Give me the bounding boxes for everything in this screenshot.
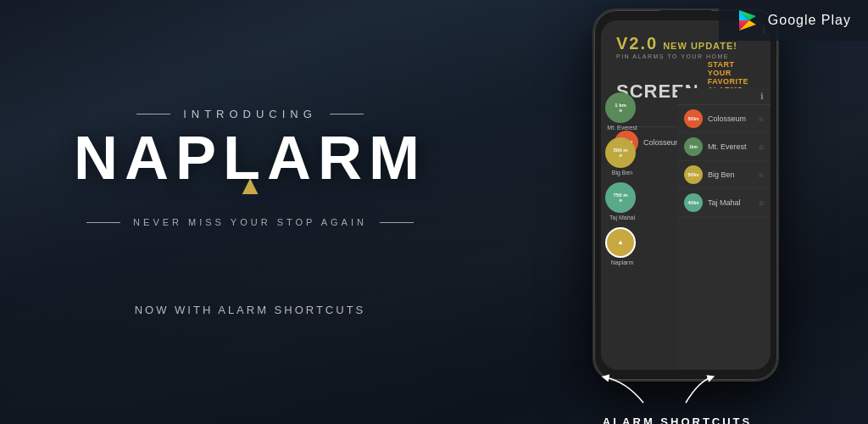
right-list-bigben[interactable]: 500m Big Ben ≡	[677, 161, 771, 189]
right-circle-everest: 1km	[684, 137, 703, 156]
alarm-shortcuts-annotation: ALARM SHORTCUTS	[504, 365, 851, 424]
right-menu-bigben[interactable]: ≡	[759, 170, 764, 180]
play-store-icon	[736, 8, 760, 32]
naplarm-label: Naplarm	[605, 259, 639, 265]
v2-text: V2.0	[616, 34, 658, 53]
phone-notch	[660, 10, 711, 17]
tagline-line: NEVER MISS YOUR STOP AGAIN	[86, 217, 414, 227]
right-name-tajmahal: Taj Mahal	[708, 198, 754, 207]
panel-info-icon: ℹ	[760, 92, 764, 101]
introducing-line: INTRODUCING	[136, 108, 364, 120]
home-alarm-label-3: Taj Mahal	[605, 215, 639, 220]
phone-container: V2.0 NEW UPDATE! PIN ALARMS TO YOUR HOME…	[554, 8, 817, 424]
screen-content: V2.0 NEW UPDATE! PIN ALARMS TO YOUR HOME…	[601, 20, 771, 370]
alarm-shortcuts-text: ALARM SHORTCUTS	[603, 416, 752, 424]
shortcuts-label: NOW WITH ALARM SHORTCUTS	[135, 304, 366, 316]
dash-left	[136, 114, 170, 114]
tagline-dash-left	[86, 222, 120, 223]
triangle-icon: ▲	[236, 170, 264, 201]
left-content-area: INTRODUCING NAPLARM ▲ NEVER MISS YOUR ST…	[0, 0, 500, 424]
right-circle-colosseum: 500m	[684, 109, 703, 128]
home-alarm-1[interactable]: 1 km ⊕ Mt. Everest	[605, 92, 673, 131]
dash-right	[330, 114, 364, 114]
right-panel: ℹ 500m Colosseum ≡ 1km	[677, 88, 771, 370]
right-menu-everest[interactable]: ≡	[759, 142, 764, 152]
right-name-everest: Mt. Everest	[708, 142, 754, 151]
right-panel-header: ℹ	[677, 88, 771, 105]
shortcut-arrows-svg	[559, 365, 796, 416]
right-list-tajmahal[interactable]: 400m Taj Mahal ≡	[677, 189, 771, 217]
home-alarm-circle-2: 500 m ⊕	[605, 137, 636, 168]
right-list-colosseum[interactable]: 500m Colosseum ≡	[677, 105, 771, 133]
home-alarm-circle-1: 1 km ⊕	[605, 92, 636, 123]
tagline-text: NEVER MISS YOUR STOP AGAIN	[133, 217, 367, 227]
right-circle-tajmahal: 400m	[684, 193, 703, 212]
right-circle-bigben: 500m	[684, 165, 703, 184]
home-alarm-label-2: Big Ben	[605, 170, 639, 176]
home-alarm-circle-3: 750 m ⊕	[605, 182, 636, 213]
home-alarm-2[interactable]: 500 m ⊕ Big Ben	[605, 137, 673, 176]
right-name-colosseum: Colosseum	[708, 114, 754, 123]
home-alarm-naplarm[interactable]: ▲ Naplarm	[605, 227, 673, 265]
home-screen-alarms: 1 km ⊕ Mt. Everest 500 m ⊕	[601, 88, 677, 370]
naplarm-app-icon: ▲	[605, 227, 636, 258]
right-menu-tajmahal[interactable]: ≡	[759, 198, 764, 208]
right-menu-colosseum[interactable]: ≡	[759, 114, 764, 124]
google-play-badge[interactable]: Google Play	[719, 0, 868, 41]
home-alarm-label-1: Mt. Everest	[605, 125, 639, 131]
phone-body: V2.0 NEW UPDATE! PIN ALARMS TO YOUR HOME…	[593, 8, 779, 382]
right-list-everest[interactable]: 1km Mt. Everest ≡	[677, 133, 771, 161]
pin-alarms-text: PIN ALARMS TO YOUR HOME	[616, 53, 755, 59]
introducing-text: INTRODUCING	[183, 108, 317, 120]
google-play-label: Google Play	[768, 13, 851, 28]
tagline-dash-right	[380, 222, 414, 223]
phone-screen: V2.0 NEW UPDATE! PIN ALARMS TO YOUR HOME…	[601, 20, 771, 370]
right-name-bigben: Big Ben	[708, 170, 754, 179]
home-alarm-3[interactable]: 750 m ⊕ Taj Mahal	[605, 182, 673, 220]
new-update-text: NEW UPDATE!	[663, 41, 737, 51]
